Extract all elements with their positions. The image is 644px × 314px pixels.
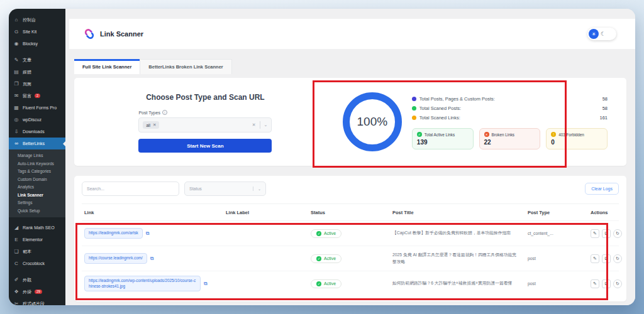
logs-toolbar: Status ⌄ Clear Logs [82,181,619,196]
scan-form: Choose Post Type and Scan URL Post Types… [82,84,329,160]
sidebar-item-媒體[interactable]: ▤媒體 [9,66,65,78]
scan-form-title: Choose Post Type and Scan URL [138,93,272,102]
sidebar-menu: ⌂控制台GSite Kit◉Blocksy✎文章▤媒體❐頁面✉留言2▦Fluen… [9,14,65,305]
stat-card-value: 139 [417,139,469,146]
sidebar-item-rank-math-seo[interactable]: ◢Rank Math SEO [9,222,65,234]
chevron-down-icon[interactable]: ⌄ [264,122,268,127]
info-icon[interactable]: i [162,110,167,115]
recheck-button[interactable]: ↻ [613,229,622,238]
column-header-post-title: Post Title [392,210,528,215]
sidebar-gap [9,217,65,222]
edit-post-button[interactable]: ⧉ [602,254,611,263]
wpdiscuz-icon: ◎ [13,117,19,122]
sidebar-item-site-kit[interactable]: GSite Kit [9,26,65,38]
sidebar-item-wpdiscuz[interactable]: ◎wpDiscuz [9,114,65,126]
post-types-select[interactable]: all ✕ ✕ ⌄ [138,117,272,133]
link-url[interactable]: https://course.leadingmrk.com/ [84,253,147,264]
recheck-button[interactable]: ↻ [613,254,622,263]
sidebar-item-betterlinks[interactable]: ∞BetterLinks [9,138,65,149]
clear-select-icon[interactable]: ✕ [252,122,256,127]
submenu-item-quick-setup[interactable]: Quick Setup [9,207,65,215]
legend-value: 58 [602,106,608,111]
logs-panel: Status ⌄ Clear Logs LinkLink LabelStatus… [74,176,626,301]
post-type-tag[interactable]: all ✕ [143,121,159,129]
status-cell: ✓Active [311,279,392,288]
edit-post-button[interactable]: ⧉ [602,279,611,288]
admin-window: ⌂控制台GSite Kit◉Blocksy✎文章▤媒體❐頁面✉留言2▦Fluen… [9,9,635,305]
search-input[interactable] [82,181,179,196]
sidebar-item-label: 外掛 [23,289,31,295]
sidebar-item-label: Rank Math SEO [23,225,55,230]
legend-label: Total Scaned Posts: [419,106,461,111]
tag-remove-icon[interactable]: ✕ [153,122,156,127]
sidebar-item-外觀[interactable]: ✐外觀 [9,274,65,286]
comments-icon: ✉ [13,93,19,99]
external-link-icon[interactable]: ⧉ [150,256,154,262]
sun-icon[interactable]: ☀ [589,29,599,39]
legend-dot-icon [412,106,416,111]
status-badge: ✓Active [311,229,341,238]
submenu-item-settings[interactable]: Settings [9,199,65,207]
post-types-label: Post Types i [138,110,272,115]
legend-value: 161 [599,115,608,121]
column-header-post-type: Post Type [528,210,591,215]
posts-icon: ✎ [13,57,19,63]
stats-legend: Total Posts, Pages & Custom Posts:58Tota… [412,94,608,122]
plugins-icon: ❖ [13,289,19,295]
tab-full-site-link-scanner[interactable]: Full Site Link Scanner [74,59,140,74]
sidebar-item-crocoblock[interactable]: CCrocoblock [9,257,65,269]
actions-cell: ✎⧉↻ [591,254,622,263]
submenu-item-link-scanner[interactable]: Link Scanner [9,192,65,200]
submenu-item-custom-domain[interactable]: Custom Domain [9,176,65,184]
pages-icon: ❐ [13,81,19,87]
status-filter-select[interactable]: Status ⌄ [184,181,266,196]
recheck-button[interactable]: ↻ [613,279,622,288]
start-new-scan-button[interactable]: Start New Scan [138,139,272,153]
content: Choose Post Type and Scan URL Post Types… [74,78,626,305]
sidebar-item-範本[interactable]: ❏範本 [9,246,65,257]
scan-stats: 100% Total Posts, Pages & Custom Posts:5… [329,84,619,160]
sidebar-item-label: 媒體 [23,69,31,75]
link-url[interactable]: https://leadingmrk.com/wp-content/upload… [84,276,201,291]
table-row: https://leadingmrk.com/wp-content/upload… [82,271,619,296]
edit-link-button[interactable]: ✎ [591,229,599,238]
moon-icon[interactable]: ☾ [601,31,606,37]
sidebar-item-留言[interactable]: ✉留言2 [9,90,65,102]
submenu-item-analytics[interactable]: Analytics [9,183,65,192]
theme-toggle[interactable]: ☀ ☾ [587,28,616,40]
sidebar-item-文章[interactable]: ✎文章 [9,54,65,66]
sidebar-item-downloads[interactable]: ⇩Downloads [9,126,65,138]
sidebar-item-fluent-forms-pro[interactable]: ▦Fluent Forms Pro [9,102,65,114]
sidebar-gap [9,269,65,274]
sidebar-item-外掛[interactable]: ❖外掛29 [9,286,65,298]
betterlinks-submenu: Manage LinksAuto-Link KeywordsTags & Cat… [9,149,65,217]
stat-card-label: Broken Links [492,133,514,137]
submenu-item-manage-links[interactable]: Manage Links [9,152,65,160]
sidebar-item-頁面[interactable]: ❐頁面 [9,78,65,90]
edit-link-button[interactable]: ✎ [591,279,599,288]
stat-card-value: 22 [484,139,536,146]
link-url[interactable]: https://leadingmrk.com/artsk [84,228,143,239]
edit-link-button[interactable]: ✎ [591,254,599,263]
templates-icon: ❏ [13,249,19,254]
sidebar-item-elementor[interactable]: EElementor [9,234,65,246]
page-title: Link Scanner [100,30,143,38]
tab-betterlinks-broken-link-scanner[interactable]: BetterLinks Broken Link Scanner [140,59,231,74]
external-link-icon[interactable]: ⧉ [146,230,150,237]
legend-label: Total Posts, Pages & Custom Posts: [419,96,495,102]
external-link-icon[interactable]: ⧉ [204,281,208,287]
sidebar-item-程式碼片段[interactable]: ✂程式碼片段 [9,298,65,305]
sidebar-item-控制台[interactable]: ⌂控制台 [9,14,65,26]
notification-badge: 29 [35,290,42,295]
notification-badge: 2 [35,94,40,99]
sidebar-item-blocksy[interactable]: ◉Blocksy [9,38,65,50]
submenu-item-tags-&-categories[interactable]: Tags & Categories [9,168,65,176]
column-header-actions: Actions [591,210,616,215]
fluent-forms-icon: ▦ [13,105,19,111]
edit-post-button[interactable]: ⧉ [602,229,611,238]
clear-logs-button[interactable]: Clear Logs [585,183,619,195]
legend-value: 58 [602,96,608,102]
submenu-item-auto-link-keywords[interactable]: Auto-Link Keywords [9,160,65,168]
progress-ring: 100% [343,92,402,151]
sidebar-item-label: 範本 [23,249,31,255]
